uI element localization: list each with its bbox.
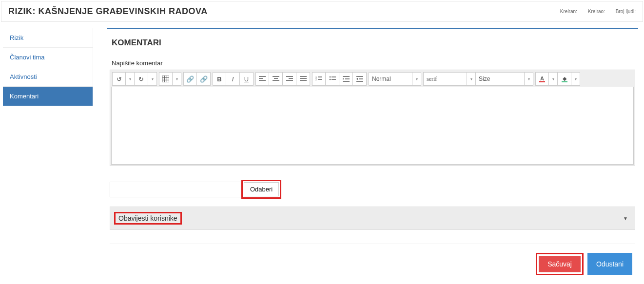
- svg-marker-30: [356, 78, 358, 80]
- sidebar-item-komentari[interactable]: Komentari: [3, 87, 93, 106]
- svg-rect-0: [162, 76, 169, 82]
- caret-icon: ▾: [552, 77, 554, 81]
- notify-users-accordion[interactable]: Obavijesti korisnike ▼: [110, 207, 635, 230]
- caret-icon: ▾: [470, 77, 472, 81]
- align-left-icon: [259, 76, 266, 82]
- indent-icon: [356, 76, 363, 82]
- size-dropdown[interactable]: ▾: [525, 72, 533, 86]
- undo-dropdown[interactable]: ▾: [126, 72, 135, 86]
- underline-button[interactable]: U: [240, 72, 254, 86]
- sidebar-item-label: Članovi tima: [10, 54, 45, 61]
- save-button[interactable]: Sačuvaj: [539, 256, 581, 272]
- notify-users-highlight: Obavijesti korisnike: [114, 212, 182, 225]
- meta-creator-label: Kreirao:: [588, 9, 605, 14]
- sidebar-item-label: Rizik: [10, 34, 23, 41]
- page-header: RIZIK: KAŠNJENJE GRAĐEVINSKIH RADOVA Kre…: [1, 1, 643, 22]
- notify-users-label: Obavijesti korisnike: [118, 214, 177, 222]
- caret-icon: ▾: [129, 77, 131, 81]
- rich-text-editor: ↺ ▾ ↻ ▾ ▾ 🔗: [110, 70, 635, 166]
- format-value: Normal: [372, 76, 391, 82]
- table-dropdown[interactable]: ▾: [173, 72, 181, 86]
- indent-button[interactable]: [353, 72, 367, 86]
- sidebar-item-clanovi-tima[interactable]: Članovi tima: [3, 48, 93, 67]
- align-center-button[interactable]: [269, 72, 283, 86]
- redo-button[interactable]: ↻: [135, 72, 148, 86]
- chevron-down-icon: ▼: [623, 216, 628, 221]
- main-panel: KOMENTARI Napišite komentar ↺ ▾ ↻ ▾: [107, 28, 638, 278]
- undo-icon: ↺: [117, 76, 122, 83]
- caret-icon: ▾: [176, 77, 178, 81]
- unordered-list-button[interactable]: [326, 72, 339, 86]
- text-color-dropdown[interactable]: ▾: [549, 72, 558, 86]
- table-icon: [162, 76, 169, 82]
- italic-button[interactable]: I: [226, 72, 240, 86]
- sidebar-item-aktivnosti[interactable]: Aktivnosti: [3, 67, 93, 87]
- font-select[interactable]: serif: [423, 72, 467, 86]
- rte-toolbar: ↺ ▾ ↻ ▾ ▾ 🔗: [111, 71, 634, 87]
- file-choose-label: Odaberi: [250, 186, 273, 193]
- section-title: KOMENTARI: [110, 38, 635, 48]
- file-path-input[interactable]: [110, 182, 241, 197]
- meta-created-label: Kreiran:: [560, 9, 577, 14]
- header-meta: Kreiran: Kreirao: Broj ljudi:: [560, 9, 636, 14]
- caret-icon: ▾: [528, 77, 530, 81]
- comment-textarea[interactable]: [111, 87, 634, 165]
- redo-dropdown[interactable]: ▾: [148, 72, 157, 86]
- file-upload-row: Odaberi: [110, 181, 635, 198]
- svg-marker-26: [343, 78, 344, 80]
- meta-people-label: Broj ljudi:: [616, 9, 636, 14]
- caret-icon: ▾: [575, 77, 577, 81]
- file-choose-button[interactable]: Odaberi: [244, 182, 279, 196]
- bg-color-button[interactable]: ◆: [558, 72, 571, 86]
- outdent-button[interactable]: [339, 72, 353, 86]
- comment-field-label: Napišite komentar: [110, 59, 635, 67]
- link-button[interactable]: 🔗: [183, 72, 197, 86]
- align-justify-button[interactable]: [296, 72, 310, 86]
- bucket-icon: ◆: [562, 76, 567, 82]
- caret-icon: ▾: [152, 77, 154, 81]
- table-button[interactable]: [159, 72, 173, 86]
- format-dropdown[interactable]: ▾: [412, 72, 421, 86]
- cancel-button[interactable]: Odustani: [587, 253, 632, 275]
- link-icon: 🔗: [186, 76, 194, 83]
- save-highlight: Sačuvaj: [536, 253, 584, 275]
- redo-icon: ↻: [138, 76, 144, 83]
- caret-icon: ▾: [416, 77, 418, 81]
- align-right-button[interactable]: [283, 72, 296, 86]
- bg-color-dropdown[interactable]: ▾: [571, 72, 580, 86]
- bold-button[interactable]: B: [213, 72, 226, 86]
- outdent-icon: [343, 76, 350, 82]
- undo-button[interactable]: ↺: [112, 72, 126, 86]
- svg-text:2: 2: [315, 78, 317, 81]
- sidebar-item-rizik[interactable]: Rizik: [3, 28, 93, 48]
- font-dropdown[interactable]: ▾: [467, 72, 476, 86]
- ordered-list-button[interactable]: 12: [312, 72, 326, 86]
- page-title: RIZIK: KAŠNJENJE GRAĐEVINSKIH RADOVA: [8, 6, 208, 17]
- font-value: serif: [427, 76, 437, 83]
- align-right-icon: [286, 76, 293, 82]
- unordered-list-icon: [329, 76, 336, 82]
- underline-icon: U: [244, 76, 249, 83]
- format-select[interactable]: Normal: [369, 72, 412, 86]
- sidebar: Rizik Članovi tima Aktivnosti Komentari: [3, 28, 93, 106]
- size-value: Size: [479, 76, 490, 82]
- align-left-button[interactable]: [255, 72, 269, 86]
- align-justify-icon: [300, 76, 307, 82]
- file-pick-highlight: Odaberi: [242, 181, 280, 198]
- sidebar-item-label: Komentari: [10, 93, 39, 100]
- italic-icon: I: [232, 76, 234, 83]
- svg-point-21: [329, 76, 331, 78]
- save-label: Sačuvaj: [547, 260, 572, 268]
- sidebar-item-label: Aktivnosti: [10, 73, 37, 80]
- unlink-button[interactable]: 🔗: [197, 72, 211, 86]
- ordered-list-icon: 12: [315, 76, 322, 82]
- text-color-button[interactable]: A: [535, 72, 549, 86]
- unlink-icon: 🔗: [200, 76, 208, 83]
- size-select[interactable]: Size: [476, 72, 525, 86]
- cancel-label: Odustani: [596, 260, 624, 268]
- bold-icon: B: [217, 76, 221, 83]
- form-footer: Sačuvaj Odustani: [110, 244, 635, 275]
- align-center-icon: [273, 76, 279, 82]
- svg-point-22: [329, 79, 331, 80]
- text-color-icon: A: [539, 76, 545, 82]
